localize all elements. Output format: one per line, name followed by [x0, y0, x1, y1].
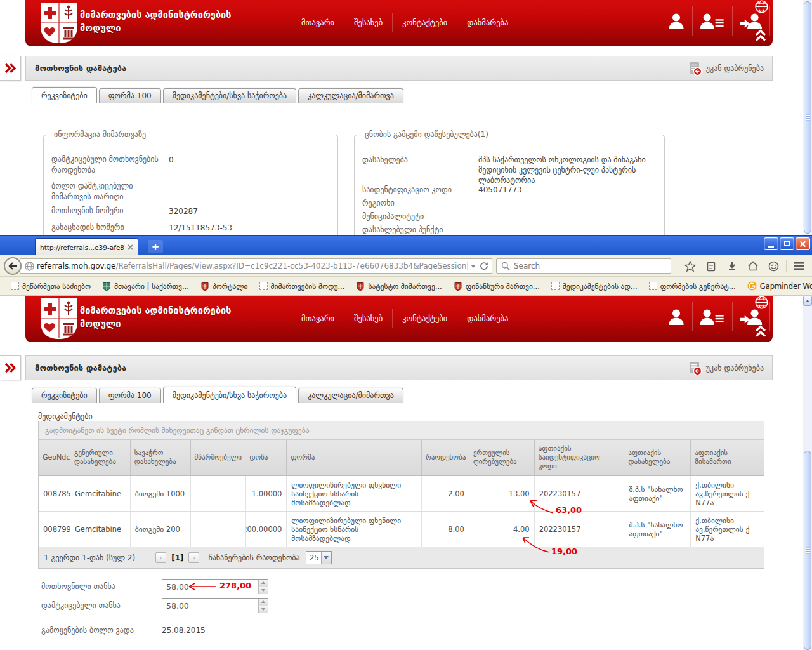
approved-amount-input[interactable]	[162, 598, 268, 613]
fieldset-legend: ცნობის გამცემი დაწესებულება(1)	[361, 130, 492, 139]
url-dropdown-icon[interactable]	[471, 265, 476, 268]
window-controls	[764, 237, 810, 250]
main-nav: მთავარი შესახებ კონტაქტები დახმარება	[292, 13, 518, 32]
globe-icon[interactable]	[754, 296, 769, 312]
downloads-icon[interactable]	[721, 261, 742, 271]
tab-calculation[interactable]: კალკულაცია/მიმართვა	[298, 388, 403, 403]
site-globe-icon	[25, 262, 34, 274]
tab-close-icon[interactable]	[128, 244, 133, 250]
nav-main[interactable]: მთავარი	[292, 309, 344, 328]
feedback-smiley-icon[interactable]	[763, 261, 784, 272]
cell-trade-name: ბიოგემი 1000	[131, 476, 191, 511]
tab-medications[interactable]: მედიკამენტები/სხვა საჭიროება	[163, 88, 296, 103]
browser-chrome: http://referrals...e39-afe8afa2e732 + re…	[0, 235, 812, 296]
collapse-header-icon[interactable]	[754, 29, 767, 44]
restore-button[interactable]	[780, 237, 794, 250]
column-header[interactable]: რაოდენობა	[422, 440, 469, 475]
column-header[interactable]: დოზა	[246, 440, 287, 475]
field-value: 0	[169, 155, 174, 165]
page-size-select[interactable]: 25	[306, 551, 332, 564]
bookmark-item[interactable]: მიმართვების მოდუ...	[254, 279, 351, 293]
search-input[interactable]	[514, 262, 666, 270]
nav-about[interactable]: შესახებ	[344, 309, 393, 328]
cell-pharmacy-address: ქ.თბილისი ავ.წერეთლის ქ N77ა	[691, 512, 764, 547]
bookmark-item[interactable]: ფორმების გენერატ...	[643, 279, 742, 293]
tab-medications[interactable]: მედიკამენტები/სხვა საჭიროება	[163, 387, 296, 403]
column-header[interactable]: ერთეულის ღირებულება	[469, 440, 535, 475]
clipboard-icon[interactable]	[700, 261, 721, 272]
page-title-bar: მოთხოვნის დამატება უკან დაბრუნება	[25, 355, 773, 380]
toolbar-separator	[786, 260, 787, 272]
sidebar-expand-toggle[interactable]	[0, 355, 21, 380]
cell-generic-name: Gemcitabine	[70, 512, 131, 547]
site-title: მიმართვების ადმინისტრირების მოდული	[80, 8, 232, 35]
bookmark-item[interactable]: მეწარმეთა საძიებო	[5, 279, 96, 293]
scrollbar-track-top[interactable]	[803, 0, 812, 235]
sidebar-expand-toggle[interactable]	[0, 56, 21, 81]
url-bar[interactable]: referrals.moh.gov.ge/ReferralsHall/Pages…	[20, 258, 492, 274]
pager-next-button[interactable]: ›	[188, 552, 199, 563]
column-header[interactable]: აფთიაქის საიდენტიფიკაციო კოდი	[535, 440, 625, 475]
scrollbar-thumb[interactable]	[804, 451, 811, 650]
column-header[interactable]: გენერიული დასახელება	[70, 440, 131, 475]
home-icon[interactable]	[742, 261, 763, 271]
reload-icon[interactable]	[480, 262, 488, 270]
tab-calculation[interactable]: კალკულაცია/მიმართვა	[298, 88, 403, 103]
column-header[interactable]: აფთიაქის დასახელება	[624, 440, 691, 475]
scrollbar-track-bottom[interactable]	[803, 296, 812, 650]
browser-tab[interactable]: http://referrals...e39-afe8afa2e732	[35, 238, 138, 256]
back-button[interactable]	[4, 257, 22, 275]
bookmark-item[interactable]: მედიკამენტების ად...	[546, 279, 643, 293]
bookmark-star-icon[interactable]	[679, 261, 700, 272]
search-bar[interactable]	[496, 258, 671, 274]
back-link[interactable]: უკან დაბრუნება	[688, 361, 764, 375]
nav-help[interactable]: დახმარება	[457, 309, 518, 328]
spinner-control[interactable]	[258, 580, 268, 594]
table-row[interactable]: 008785 Gemcitabine ბიოგემი 1000 1.00000 …	[39, 476, 764, 512]
bookmark-item[interactable]: ფინანსური მართვი...	[448, 279, 546, 293]
requested-amount-input[interactable]	[162, 579, 268, 594]
profile-icon[interactable]	[660, 6, 693, 36]
cell-geondc: 008785	[39, 476, 70, 511]
nav-about[interactable]: შესახებ	[344, 13, 393, 32]
issuer-fieldset: ცნობის გამცემი დაწესებულება(1) დასახელებ…	[354, 135, 665, 235]
tab-form100[interactable]: ფორმა 100	[99, 388, 161, 403]
nav-contacts[interactable]: კონტაქტები	[393, 309, 457, 328]
minimize-button[interactable]	[764, 237, 778, 250]
tab-form100[interactable]: ფორმა 100	[99, 88, 161, 103]
collapse-header-icon[interactable]	[754, 325, 767, 340]
column-header[interactable]: მწარმოებელი	[191, 440, 246, 475]
back-link[interactable]: უკან დაბრუნება	[688, 62, 764, 76]
table-row[interactable]: 008799 Gemcitabine ბიოგემი 200 200.00000…	[39, 512, 764, 547]
profile-icon[interactable]	[660, 302, 693, 331]
bookmark-item[interactable]: Gapminder World	[742, 279, 812, 293]
tab-requisites[interactable]: რეკვიზიტები	[32, 388, 97, 403]
users-list-icon[interactable]	[693, 302, 733, 331]
globe-icon[interactable]	[754, 0, 769, 17]
scrollbar-thumb[interactable]	[804, 1, 811, 234]
close-button[interactable]	[796, 237, 810, 250]
annotation-row2-price: 19,00	[551, 547, 577, 556]
nav-main[interactable]: მთავარი	[292, 13, 344, 32]
back-arrow-icon	[8, 262, 18, 270]
pager-prev-button[interactable]: ‹	[155, 552, 166, 563]
menu-icon[interactable]	[789, 262, 809, 270]
bookmark-item[interactable]: მთავარი | საქართვ...	[96, 279, 195, 293]
bookmark-item[interactable]: სატესტო მიმართვე...	[350, 279, 447, 293]
new-tab-button[interactable]: +	[148, 240, 163, 253]
scrollbar-up-button[interactable]	[803, 296, 812, 306]
column-header[interactable]: სავაჭრო დასახელება	[131, 440, 191, 475]
main-nav: მთავარი შესახებ კონტაქტები დახმარება	[292, 309, 518, 328]
field-label: დამტკიცებული მოთხოვნების რაოდენობა	[51, 154, 169, 176]
users-list-icon[interactable]	[693, 6, 733, 36]
spinner-control[interactable]	[258, 599, 268, 613]
nav-contacts[interactable]: კონტაქტები	[393, 13, 457, 32]
nav-help[interactable]: დახმარება	[457, 13, 518, 32]
search-icon	[501, 262, 510, 270]
column-header[interactable]: აფთიაქის მისამართი	[691, 440, 764, 475]
tab-requisites[interactable]: რეკვიზიტები	[32, 87, 97, 103]
column-header[interactable]: GeoNdc	[39, 440, 70, 475]
column-header[interactable]: ფორმა	[287, 440, 422, 475]
cell-geondc: 008799	[39, 512, 70, 547]
bookmark-item[interactable]: პორტალი	[195, 279, 254, 293]
